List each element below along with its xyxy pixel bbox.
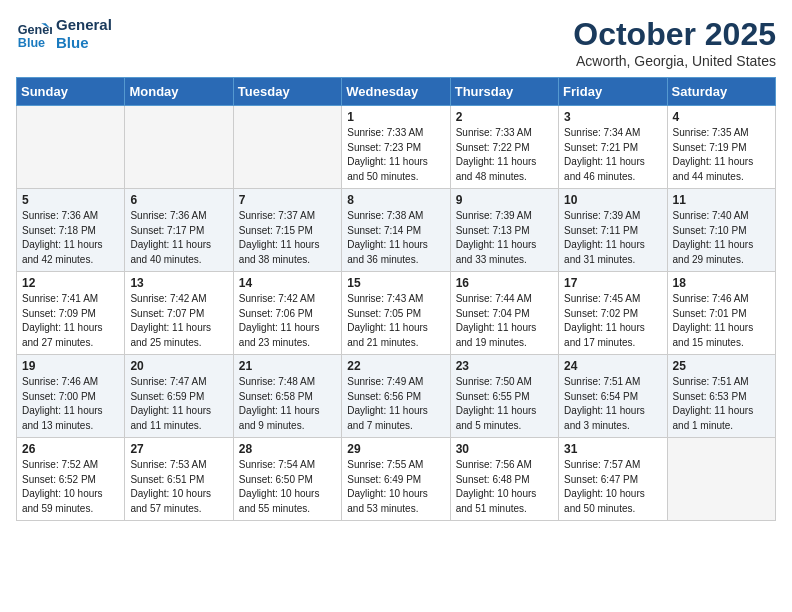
calendar-cell: 20Sunrise: 7:47 AM Sunset: 6:59 PM Dayli… <box>125 355 233 438</box>
calendar-cell <box>233 106 341 189</box>
calendar-cell: 30Sunrise: 7:56 AM Sunset: 6:48 PM Dayli… <box>450 438 558 521</box>
calendar-week-row: 12Sunrise: 7:41 AM Sunset: 7:09 PM Dayli… <box>17 272 776 355</box>
day-number: 6 <box>130 193 227 207</box>
day-number: 27 <box>130 442 227 456</box>
day-info: Sunrise: 7:43 AM Sunset: 7:05 PM Dayligh… <box>347 292 444 350</box>
calendar-cell: 14Sunrise: 7:42 AM Sunset: 7:06 PM Dayli… <box>233 272 341 355</box>
calendar-week-row: 5Sunrise: 7:36 AM Sunset: 7:18 PM Daylig… <box>17 189 776 272</box>
calendar-cell <box>125 106 233 189</box>
day-number: 1 <box>347 110 444 124</box>
day-info: Sunrise: 7:41 AM Sunset: 7:09 PM Dayligh… <box>22 292 119 350</box>
calendar-cell: 25Sunrise: 7:51 AM Sunset: 6:53 PM Dayli… <box>667 355 775 438</box>
day-info: Sunrise: 7:52 AM Sunset: 6:52 PM Dayligh… <box>22 458 119 516</box>
calendar-cell: 13Sunrise: 7:42 AM Sunset: 7:07 PM Dayli… <box>125 272 233 355</box>
day-info: Sunrise: 7:45 AM Sunset: 7:02 PM Dayligh… <box>564 292 661 350</box>
day-number: 31 <box>564 442 661 456</box>
calendar-cell: 23Sunrise: 7:50 AM Sunset: 6:55 PM Dayli… <box>450 355 558 438</box>
calendar-cell: 16Sunrise: 7:44 AM Sunset: 7:04 PM Dayli… <box>450 272 558 355</box>
calendar-cell: 1Sunrise: 7:33 AM Sunset: 7:23 PM Daylig… <box>342 106 450 189</box>
location-subtitle: Acworth, Georgia, United States <box>573 53 776 69</box>
day-number: 28 <box>239 442 336 456</box>
calendar-cell: 15Sunrise: 7:43 AM Sunset: 7:05 PM Dayli… <box>342 272 450 355</box>
day-info: Sunrise: 7:50 AM Sunset: 6:55 PM Dayligh… <box>456 375 553 433</box>
calendar-cell: 28Sunrise: 7:54 AM Sunset: 6:50 PM Dayli… <box>233 438 341 521</box>
calendar-cell: 3Sunrise: 7:34 AM Sunset: 7:21 PM Daylig… <box>559 106 667 189</box>
day-info: Sunrise: 7:39 AM Sunset: 7:11 PM Dayligh… <box>564 209 661 267</box>
calendar-cell: 26Sunrise: 7:52 AM Sunset: 6:52 PM Dayli… <box>17 438 125 521</box>
day-info: Sunrise: 7:36 AM Sunset: 7:18 PM Dayligh… <box>22 209 119 267</box>
day-number: 11 <box>673 193 770 207</box>
day-info: Sunrise: 7:51 AM Sunset: 6:53 PM Dayligh… <box>673 375 770 433</box>
calendar-cell: 2Sunrise: 7:33 AM Sunset: 7:22 PM Daylig… <box>450 106 558 189</box>
day-info: Sunrise: 7:40 AM Sunset: 7:10 PM Dayligh… <box>673 209 770 267</box>
calendar-cell: 18Sunrise: 7:46 AM Sunset: 7:01 PM Dayli… <box>667 272 775 355</box>
logo: General Blue General Blue <box>16 16 112 52</box>
calendar-week-row: 19Sunrise: 7:46 AM Sunset: 7:00 PM Dayli… <box>17 355 776 438</box>
day-info: Sunrise: 7:55 AM Sunset: 6:49 PM Dayligh… <box>347 458 444 516</box>
day-header-monday: Monday <box>125 78 233 106</box>
day-info: Sunrise: 7:39 AM Sunset: 7:13 PM Dayligh… <box>456 209 553 267</box>
calendar-cell: 31Sunrise: 7:57 AM Sunset: 6:47 PM Dayli… <box>559 438 667 521</box>
day-info: Sunrise: 7:33 AM Sunset: 7:22 PM Dayligh… <box>456 126 553 184</box>
day-info: Sunrise: 7:35 AM Sunset: 7:19 PM Dayligh… <box>673 126 770 184</box>
svg-text:Blue: Blue <box>18 36 45 50</box>
day-number: 20 <box>130 359 227 373</box>
calendar-cell: 9Sunrise: 7:39 AM Sunset: 7:13 PM Daylig… <box>450 189 558 272</box>
calendar-cell: 29Sunrise: 7:55 AM Sunset: 6:49 PM Dayli… <box>342 438 450 521</box>
day-info: Sunrise: 7:48 AM Sunset: 6:58 PM Dayligh… <box>239 375 336 433</box>
calendar-cell: 27Sunrise: 7:53 AM Sunset: 6:51 PM Dayli… <box>125 438 233 521</box>
calendar-cell: 17Sunrise: 7:45 AM Sunset: 7:02 PM Dayli… <box>559 272 667 355</box>
day-info: Sunrise: 7:42 AM Sunset: 7:06 PM Dayligh… <box>239 292 336 350</box>
day-number: 23 <box>456 359 553 373</box>
day-number: 16 <box>456 276 553 290</box>
day-number: 26 <box>22 442 119 456</box>
logo-line1: General <box>56 16 112 34</box>
day-info: Sunrise: 7:46 AM Sunset: 7:00 PM Dayligh… <box>22 375 119 433</box>
day-number: 10 <box>564 193 661 207</box>
calendar-cell: 22Sunrise: 7:49 AM Sunset: 6:56 PM Dayli… <box>342 355 450 438</box>
calendar-cell: 11Sunrise: 7:40 AM Sunset: 7:10 PM Dayli… <box>667 189 775 272</box>
day-info: Sunrise: 7:47 AM Sunset: 6:59 PM Dayligh… <box>130 375 227 433</box>
month-title: October 2025 <box>573 16 776 53</box>
day-header-thursday: Thursday <box>450 78 558 106</box>
day-info: Sunrise: 7:42 AM Sunset: 7:07 PM Dayligh… <box>130 292 227 350</box>
day-number: 17 <box>564 276 661 290</box>
day-info: Sunrise: 7:57 AM Sunset: 6:47 PM Dayligh… <box>564 458 661 516</box>
day-number: 24 <box>564 359 661 373</box>
day-number: 21 <box>239 359 336 373</box>
day-number: 4 <box>673 110 770 124</box>
day-number: 19 <box>22 359 119 373</box>
calendar-week-row: 26Sunrise: 7:52 AM Sunset: 6:52 PM Dayli… <box>17 438 776 521</box>
day-info: Sunrise: 7:56 AM Sunset: 6:48 PM Dayligh… <box>456 458 553 516</box>
day-number: 12 <box>22 276 119 290</box>
day-number: 29 <box>347 442 444 456</box>
calendar-cell: 24Sunrise: 7:51 AM Sunset: 6:54 PM Dayli… <box>559 355 667 438</box>
calendar-cell: 7Sunrise: 7:37 AM Sunset: 7:15 PM Daylig… <box>233 189 341 272</box>
calendar-header-row: SundayMondayTuesdayWednesdayThursdayFrid… <box>17 78 776 106</box>
day-info: Sunrise: 7:33 AM Sunset: 7:23 PM Dayligh… <box>347 126 444 184</box>
logo-line2: Blue <box>56 34 112 52</box>
calendar-cell: 4Sunrise: 7:35 AM Sunset: 7:19 PM Daylig… <box>667 106 775 189</box>
day-number: 18 <box>673 276 770 290</box>
day-info: Sunrise: 7:37 AM Sunset: 7:15 PM Dayligh… <box>239 209 336 267</box>
day-number: 30 <box>456 442 553 456</box>
day-number: 15 <box>347 276 444 290</box>
day-number: 3 <box>564 110 661 124</box>
day-number: 9 <box>456 193 553 207</box>
day-info: Sunrise: 7:54 AM Sunset: 6:50 PM Dayligh… <box>239 458 336 516</box>
calendar-table: SundayMondayTuesdayWednesdayThursdayFrid… <box>16 77 776 521</box>
day-info: Sunrise: 7:34 AM Sunset: 7:21 PM Dayligh… <box>564 126 661 184</box>
day-info: Sunrise: 7:46 AM Sunset: 7:01 PM Dayligh… <box>673 292 770 350</box>
calendar-cell: 8Sunrise: 7:38 AM Sunset: 7:14 PM Daylig… <box>342 189 450 272</box>
calendar-cell: 12Sunrise: 7:41 AM Sunset: 7:09 PM Dayli… <box>17 272 125 355</box>
page-header: General Blue General Blue October 2025 A… <box>16 16 776 69</box>
calendar-cell: 10Sunrise: 7:39 AM Sunset: 7:11 PM Dayli… <box>559 189 667 272</box>
calendar-cell <box>17 106 125 189</box>
day-header-tuesday: Tuesday <box>233 78 341 106</box>
logo-icon: General Blue <box>16 16 52 52</box>
day-number: 25 <box>673 359 770 373</box>
day-number: 22 <box>347 359 444 373</box>
day-header-sunday: Sunday <box>17 78 125 106</box>
day-number: 13 <box>130 276 227 290</box>
day-info: Sunrise: 7:49 AM Sunset: 6:56 PM Dayligh… <box>347 375 444 433</box>
